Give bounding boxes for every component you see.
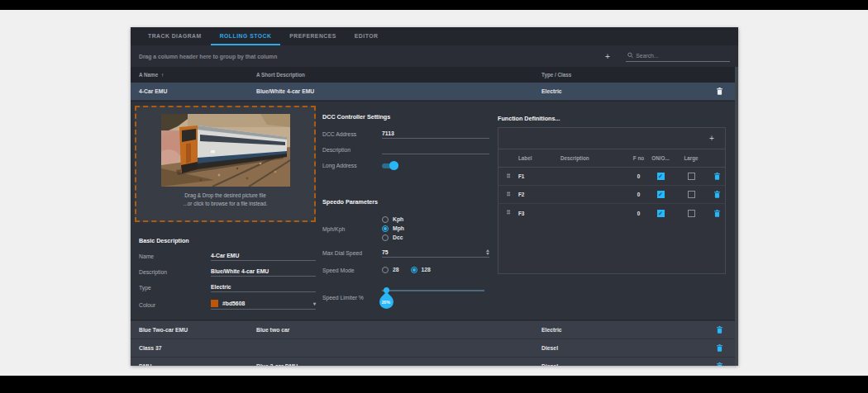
speed-limiter-slider[interactable] — [382, 287, 484, 294]
unit-label: Mph/Kph — [322, 226, 382, 232]
delete-row-icon[interactable] — [711, 357, 727, 366]
stepper-arrows-icon[interactable] — [486, 249, 489, 255]
group-by-bar: Drag a column header here to group by th… — [131, 45, 738, 67]
picture-dropzone[interactable]: Drag & Drop the desired picture file ...… — [135, 106, 316, 222]
function-row[interactable]: ⠿ F3 0 ✓ — [498, 204, 725, 222]
tab-track-diagram[interactable]: TRACK DIAGRAM — [139, 27, 211, 45]
delete-function-icon[interactable] — [708, 210, 725, 217]
on-off-checkbox[interactable]: ✓ — [657, 173, 665, 180]
speedo-parameters-title: Speedo Parameters — [322, 198, 489, 206]
cell-description: Blue/White 4-car EMU — [256, 83, 314, 100]
function-toolbar: + — [498, 128, 725, 149]
cell-type: Electric — [541, 83, 562, 100]
radio-dcc[interactable]: Dcc — [382, 234, 404, 241]
dcc-address-field[interactable]: 7113 — [382, 130, 489, 139]
speed-mode-label: Speed Mode — [322, 268, 382, 273]
colour-swatch — [211, 300, 218, 307]
add-function-button[interactable]: + — [705, 134, 718, 143]
dcc-description-label: Description — [322, 147, 382, 154]
group-by-hint: Drag a column header here to group by th… — [139, 54, 277, 59]
function-row[interactable]: ⠿ F1 0 ✓ — [498, 168, 725, 186]
train-photo — [161, 114, 290, 187]
cell-name: 4-Car EMU — [139, 83, 167, 100]
type-label: Type — [139, 285, 211, 292]
row-edit-panel: Drag & Drop the desired picture file ...… — [131, 101, 738, 320]
dcc-settings-section: DCC Controller Settings DCC Address 7113… — [322, 113, 489, 178]
delete-function-icon[interactable] — [708, 191, 725, 198]
basic-description-section: Basic Description Name 4-Car EMU Descrip… — [139, 237, 316, 317]
dcc-description-field[interactable] — [382, 146, 489, 154]
search-input[interactable] — [636, 53, 728, 59]
drag-handle-icon[interactable]: ⠿ — [498, 210, 518, 216]
tab-bar: TRACK DIAGRAM ROLLING STOCK PREFERENCES … — [131, 27, 738, 45]
unit-radio-group: Kph Mph Dcc — [382, 215, 404, 243]
large-checkbox[interactable] — [688, 210, 695, 217]
column-header-description[interactable]: A Short Description — [256, 72, 305, 78]
delete-row-icon[interactable] — [711, 339, 727, 357]
grid-rows: Blue Two-car EMU Blue two car Electric C… — [131, 321, 738, 366]
chevron-down-icon: ▾ — [313, 301, 316, 306]
function-table-header: Label Description F no ON/O... Large — [498, 149, 725, 168]
sort-ascending-icon: ↑ — [161, 72, 164, 78]
dcc-settings-title: DCC Controller Settings — [322, 113, 489, 121]
speed-mode-radio-group: 28 128 — [382, 266, 431, 275]
colour-select[interactable]: #bd5608 ▾ — [211, 300, 316, 310]
table-row[interactable]: Class 37 Diesel — [131, 339, 738, 357]
delete-function-icon[interactable] — [708, 173, 725, 180]
function-definitions-panel: + Label Description F no ON/O... Large ⠿… — [498, 127, 726, 274]
radio-28[interactable]: 28 — [382, 266, 399, 273]
app-window: TRACK DIAGRAM ROLLING STOCK PREFERENCES … — [131, 27, 738, 366]
dropzone-caption: Drag & Drop the desired picture file ...… — [184, 192, 268, 208]
grid-header: A Name ↑ A Short Description Type / Clas… — [131, 67, 738, 83]
function-row[interactable]: ⠿ F2 0 ✓ — [498, 186, 725, 204]
column-header-name[interactable]: A Name ↑ — [139, 72, 164, 78]
column-header-type[interactable]: Type / Class — [541, 72, 571, 78]
type-field[interactable]: Electric — [211, 284, 316, 292]
scrollbar[interactable] — [735, 67, 738, 366]
radio-128[interactable]: 128 — [411, 266, 431, 273]
long-address-label: Long Address — [322, 163, 382, 170]
table-row[interactable]: DMU Blue 2-car DMU Diesel — [131, 357, 738, 366]
speedo-parameters-section: Speedo Parameters Mph/Kph Kph Mph Dcc Ma… — [322, 198, 489, 301]
drag-handle-icon[interactable]: ⠿ — [498, 192, 518, 198]
radio-kph[interactable]: Kph — [382, 215, 404, 223]
tab-preferences[interactable]: PREFERENCES — [280, 27, 346, 45]
dcc-address-label: DCC Address — [322, 131, 382, 139]
add-row-button[interactable]: + — [601, 52, 614, 61]
search-box — [626, 50, 730, 62]
table-row-selected[interactable]: 4-Car EMU Blue/White 4-car EMU Electric — [131, 83, 738, 100]
drag-handle-icon[interactable]: ⠿ — [498, 173, 518, 180]
tab-editor[interactable]: EDITOR — [346, 27, 388, 45]
function-definitions-title: Function Definitions... — [498, 115, 560, 122]
delete-row-icon[interactable] — [711, 83, 727, 100]
search-icon — [627, 52, 633, 59]
speed-limiter-label: Speed Limiter % — [322, 295, 382, 301]
description-field[interactable]: Blue/White 4-car EMU — [211, 268, 316, 277]
radio-mph[interactable]: Mph — [382, 225, 404, 232]
description-label: Description — [139, 269, 211, 277]
table-row[interactable]: Blue Two-car EMU Blue two car Electric — [131, 321, 738, 339]
max-dial-speed-stepper[interactable]: 75 — [382, 249, 489, 258]
on-off-checkbox[interactable]: ✓ — [657, 191, 665, 198]
delete-row-icon[interactable] — [711, 321, 727, 339]
tab-rolling-stock[interactable]: ROLLING STOCK — [211, 27, 281, 45]
on-off-checkbox[interactable]: ✓ — [657, 210, 665, 217]
max-dial-speed-label: Max Dial Speed — [322, 250, 382, 258]
large-checkbox[interactable] — [688, 173, 695, 180]
basic-description-title: Basic Description — [139, 237, 316, 244]
name-field[interactable]: 4-Car EMU — [211, 253, 316, 261]
name-label: Name — [139, 253, 211, 261]
long-address-toggle[interactable] — [382, 162, 398, 169]
colour-label: Colour — [139, 302, 211, 310]
large-checkbox[interactable] — [688, 191, 695, 198]
